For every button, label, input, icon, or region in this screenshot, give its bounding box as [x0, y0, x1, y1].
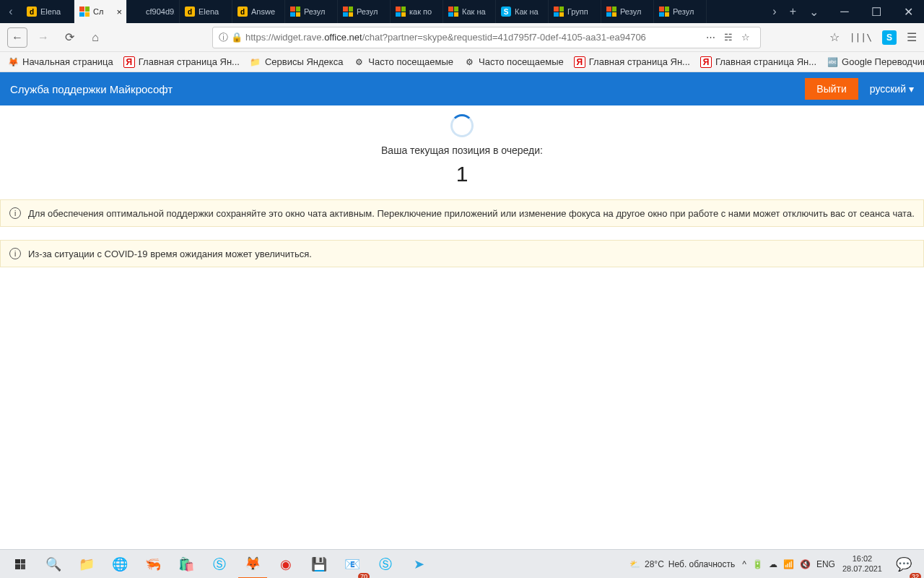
tab-favicon — [448, 6, 459, 17]
bookmark-label: Главная страница Ян... — [139, 56, 240, 67]
url-more-icon[interactable]: ⋯ — [706, 32, 715, 43]
mail-icon[interactable]: 📧70 — [338, 550, 367, 579]
tray-chevron-icon[interactable]: ^ — [742, 559, 746, 569]
url-actions: ⋯ ☵ ☆ — [702, 32, 754, 43]
browser-tab[interactable]: dElena — [180, 0, 232, 23]
tab-title: Elena — [40, 7, 69, 16]
bookmark-label: Часто посещаемые — [368, 56, 453, 67]
tab-favicon: d — [237, 6, 248, 17]
queue-position: 1 — [0, 162, 924, 186]
browser-tab[interactable]: cf904d92-0 — [127, 0, 180, 23]
bookmark-label: Сервисы Яндекса — [265, 56, 343, 67]
bookmark-item[interactable]: 📁Сервисы Яндекса — [250, 56, 343, 68]
reader-mode-icon[interactable]: ☵ — [724, 32, 733, 43]
clock-time: 16:02 — [842, 554, 882, 564]
app-icon[interactable]: 🦐 — [139, 550, 167, 579]
url-bar[interactable]: ⓘ 🔒 https://widget.rave.office.net/chat?… — [212, 27, 761, 48]
tab-favicon — [606, 6, 617, 17]
main-content: Ваша текущая позиция в очереди: 1 i Для … — [0, 105, 924, 267]
library-icon[interactable]: |||\ — [850, 32, 872, 43]
browser-tab[interactable]: как по — [391, 0, 443, 23]
weather-text: Неб. облачность — [668, 559, 735, 569]
bookmark-label: Главная страница Ян... — [589, 56, 690, 67]
notice-banner: i Для обеспечения оптимальной поддержки … — [0, 199, 924, 227]
adobe-icon[interactable]: ◉ — [271, 550, 300, 579]
save-icon[interactable]: 💾 — [305, 550, 334, 579]
maximize-button[interactable]: ☐ — [860, 0, 892, 23]
notice-text: Для обеспечения оптимальной поддержки со… — [28, 208, 915, 219]
tab-favicon: d — [184, 6, 196, 17]
wifi-icon[interactable]: 📶 — [783, 559, 794, 569]
close-window-button[interactable]: ✕ — [892, 0, 924, 23]
browser-tab[interactable]: Резул — [338, 0, 391, 23]
file-explorer-icon[interactable]: 📁 — [72, 550, 101, 579]
browser-tab[interactable]: Резул — [285, 0, 338, 23]
browser-tab[interactable]: SКак на — [496, 0, 549, 23]
skype-icon[interactable]: Ⓢ — [205, 550, 234, 579]
tab-scroll-right[interactable]: › — [772, 5, 776, 18]
toolbar-right: ☆ |||\ S ☰ — [829, 30, 917, 45]
notice-text: Из-за ситуации с COVID-19 время ожидания… — [28, 249, 312, 259]
info-icon: i — [9, 207, 21, 219]
reload-button[interactable]: ⟳ — [59, 27, 79, 48]
tab-favicon — [289, 6, 301, 17]
spinner-icon — [450, 114, 474, 137]
browser-tab[interactable]: Как на — [443, 0, 496, 23]
taskbar: 🔍 📁 🌐 🦐 🛍️ Ⓢ 🦊 ◉ 💾 📧70 Ⓢ ➤ ⛅ 28°C Неб. о… — [0, 549, 924, 578]
tab-title: Групп — [567, 7, 596, 16]
battery-icon[interactable]: 🔋 — [752, 559, 763, 569]
bookmarks-bar: 🦊Начальная страницаЯГлавная страница Ян.… — [0, 52, 924, 72]
search-icon[interactable]: 🔍 — [39, 550, 68, 579]
minimize-button[interactable]: ─ — [829, 0, 860, 23]
edge-icon[interactable]: 🌐 — [105, 550, 134, 579]
bookmark-icon[interactable]: ☆ — [829, 30, 840, 44]
input-lang[interactable]: ENG — [816, 559, 835, 569]
weather-widget[interactable]: ⛅ 28°C Неб. облачность — [629, 559, 735, 569]
forward-button[interactable]: → — [33, 27, 53, 48]
home-button[interactable]: ⌂ — [85, 27, 105, 48]
bookmark-label: Часто посещаемые — [479, 56, 564, 67]
volume-icon[interactable]: 🔇 — [800, 559, 811, 569]
browser-tab[interactable]: Групп — [549, 0, 601, 23]
store-icon[interactable]: 🛍️ — [172, 550, 201, 579]
tab-close-icon[interactable]: × — [116, 7, 122, 17]
firefox-icon[interactable]: 🦊 — [238, 550, 267, 579]
language-selector[interactable]: русский ▾ — [870, 83, 914, 95]
tab-menu-button[interactable]: ⌄ — [809, 5, 819, 19]
tab-title: Как на — [515, 7, 544, 16]
app-header: Служба поддержки Майкрософт Выйти русски… — [0, 72, 924, 105]
bookmark-item[interactable]: ЯГлавная страница Ян... — [574, 56, 690, 68]
start-button[interactable] — [6, 550, 35, 579]
tab-title: Answe — [251, 7, 280, 16]
new-tab-button[interactable]: + — [790, 5, 796, 18]
browser-tab[interactable]: Резул — [601, 0, 654, 23]
menu-icon[interactable]: ☰ — [907, 30, 917, 44]
tab-scroll-left[interactable]: ‹ — [0, 0, 22, 23]
action-center-icon[interactable]: 💬32 — [889, 550, 918, 579]
bookmark-item[interactable]: ⚙Часто посещаемые — [353, 56, 453, 68]
browser-tab[interactable]: Сл× — [74, 0, 127, 23]
clock[interactable]: 16:02 28.07.2021 — [842, 554, 882, 573]
browser-tab[interactable]: dAnswe — [232, 0, 285, 23]
bookmark-star-icon[interactable]: ☆ — [741, 32, 750, 43]
bookmark-label: Google Переводчик — [842, 56, 924, 67]
browser-tab[interactable]: Резул — [654, 0, 707, 23]
logout-button[interactable]: Выйти — [805, 78, 858, 100]
bookmark-item[interactable]: ЯГлавная страница Ян... — [700, 56, 816, 68]
bookmark-item[interactable]: 🔤Google Переводчик — [827, 56, 924, 68]
bookmark-item[interactable]: 🦊Начальная страница — [7, 56, 113, 68]
skype-extension-icon[interactable]: S — [882, 30, 897, 45]
onedrive-icon[interactable]: ☁ — [769, 559, 777, 569]
skype-icon-2[interactable]: Ⓢ — [371, 550, 400, 579]
telegram-icon[interactable]: ➤ — [404, 550, 433, 579]
bookmark-item[interactable]: ЯГлавная страница Ян... — [123, 56, 240, 68]
nav-bar: ← → ⟳ ⌂ ⓘ 🔒 https://widget.rave.office.n… — [0, 23, 924, 52]
site-info-icon[interactable]: ⓘ — [219, 31, 228, 44]
tab-strip: ‹ dElenaСл×cf904d92-0dElenadAnsweРезулРе… — [0, 0, 924, 23]
bookmark-item[interactable]: ⚙Часто посещаемые — [463, 56, 564, 68]
language-label: русский — [870, 83, 906, 95]
tab-title: cf904d92-0 — [146, 7, 175, 16]
browser-tab[interactable]: dElena — [22, 0, 74, 23]
tab-title: Elena — [199, 7, 227, 16]
back-button[interactable]: ← — [7, 27, 27, 48]
